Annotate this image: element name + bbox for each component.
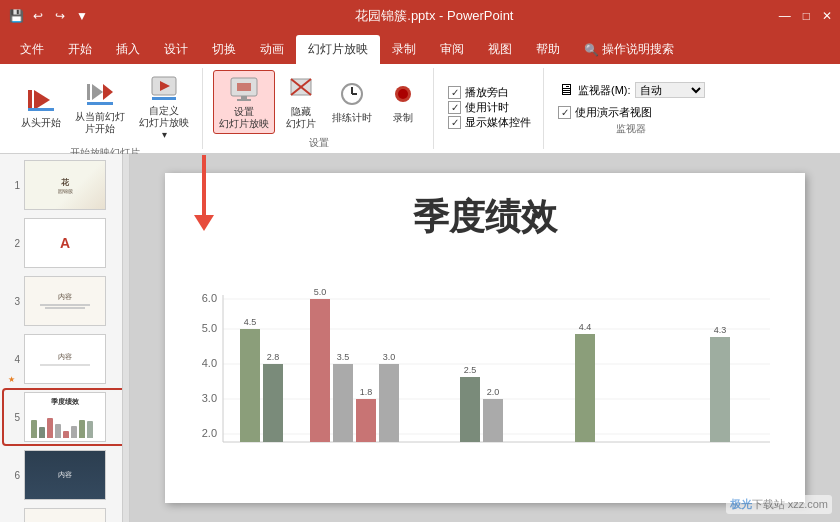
svg-text:6.0: 6.0: [202, 292, 217, 304]
svg-text:2.0: 2.0: [202, 427, 217, 439]
tab-insert[interactable]: 插入: [104, 35, 152, 64]
tab-design[interactable]: 设计: [152, 35, 200, 64]
mini-chart: [27, 408, 103, 438]
svg-rect-11: [237, 83, 251, 91]
slide-number-6: 6: [6, 470, 20, 481]
tab-start[interactable]: 开始: [56, 35, 104, 64]
tab-view[interactable]: 视图: [476, 35, 524, 64]
tab-file[interactable]: 文件: [8, 35, 56, 64]
slide-item-5[interactable]: 5 季度绩效: [4, 390, 125, 444]
setup-show-label: 设置幻灯片放映: [219, 106, 269, 130]
custom-show-icon: [148, 73, 180, 105]
monitor-group-label: 监视器: [558, 122, 705, 136]
monitor-icon: 🖥: [558, 81, 574, 99]
undo-icon[interactable]: ↩: [30, 8, 46, 24]
title-bar-right: — □ ✕: [779, 9, 832, 23]
play-narration-label: 播放旁白: [465, 85, 509, 100]
svg-text:4.3: 4.3: [714, 325, 727, 335]
slide-item-3[interactable]: 3 内容: [4, 274, 125, 328]
show-media-check: ✓: [448, 116, 461, 129]
from-start-icon: [25, 85, 57, 117]
play-narration-checkbox[interactable]: ✓ 播放旁白: [448, 85, 531, 100]
setup-buttons: 设置幻灯片放映 隐藏幻灯片: [213, 70, 425, 134]
hide-slide-label: 隐藏幻灯片: [286, 106, 316, 130]
hide-slide-button[interactable]: 隐藏幻灯片: [279, 71, 323, 133]
watermark-text: 极光下载站 xzz.com: [726, 495, 832, 514]
slide-4-star: ★: [8, 375, 15, 384]
svg-rect-46: [460, 377, 480, 442]
minimize-btn[interactable]: —: [779, 9, 791, 23]
hide-slide-icon: [285, 74, 317, 106]
monitor-select[interactable]: 自动 主显示器: [635, 82, 705, 98]
use-timing-checkbox[interactable]: ✓ 使用计时: [448, 100, 531, 115]
svg-rect-50: [575, 334, 595, 442]
slide-panel: 1 花 园锦簇 2 A 3 内容: [0, 154, 130, 522]
svg-text:5.0: 5.0: [314, 287, 327, 297]
close-btn[interactable]: ✕: [822, 9, 832, 23]
record-button[interactable]: 录制: [381, 77, 425, 127]
svg-rect-48: [483, 399, 503, 442]
title-bar-left: 💾 ↩ ↪ ▼: [8, 8, 90, 24]
slide-thumb-1: 花 园锦簇: [24, 160, 106, 210]
slide-item-2[interactable]: 2 A: [4, 216, 125, 270]
custom-show-label: 自定义幻灯片放映 ▾: [139, 105, 189, 141]
use-timing-check: ✓: [448, 101, 461, 114]
presenter-view-check: ✓: [558, 106, 571, 119]
svg-rect-13: [237, 99, 251, 101]
redo-icon[interactable]: ↪: [52, 8, 68, 24]
record-icon: [387, 80, 419, 112]
slide-number-5: 5: [6, 412, 20, 423]
slide-item-4[interactable]: 4 内容 ★: [4, 332, 125, 386]
svg-rect-9: [152, 97, 176, 100]
ribbon-tabs: 文件 开始 插入 设计 切换 动画 幻灯片放映 录制 审阅 视图 帮助 🔍操作说…: [0, 32, 840, 64]
svg-rect-40: [333, 364, 353, 442]
from-start-button[interactable]: 从头开始: [16, 82, 66, 132]
svg-text:1.8: 1.8: [360, 387, 373, 397]
setup-show-button[interactable]: 设置幻灯片放映: [213, 70, 275, 134]
rehearse-button[interactable]: 排练计时: [327, 77, 377, 127]
setup-group: 设置幻灯片放映 隐藏幻灯片: [205, 68, 434, 149]
svg-marker-5: [103, 84, 113, 100]
rehearse-label: 排练计时: [332, 112, 372, 124]
svg-rect-6: [87, 102, 113, 105]
title-bar: 💾 ↩ ↪ ▼ 花园锦簇.pptx - PowerPoint — □ ✕: [0, 0, 840, 32]
custom-show-button[interactable]: 自定义幻灯片放映 ▾: [134, 70, 194, 144]
main-area: 1 花 园锦簇 2 A 3 内容: [0, 154, 840, 522]
tab-help[interactable]: 帮助: [524, 35, 572, 64]
slide-thumb-2: A: [24, 218, 106, 268]
tab-animations[interactable]: 动画: [248, 35, 296, 64]
svg-rect-0: [28, 90, 32, 110]
save-icon[interactable]: 💾: [8, 8, 24, 24]
presenter-view-checkbox[interactable]: ✓ 使用演示者视图: [558, 105, 705, 120]
use-timing-label: 使用计时: [465, 100, 509, 115]
from-current-button[interactable]: 从当前幻灯片开始: [70, 76, 130, 138]
start-slideshow-buttons: 从头开始 从当前幻灯片开始: [16, 70, 194, 144]
setup-show-icon: [228, 74, 260, 106]
slide-thumb-4: 内容: [24, 334, 106, 384]
svg-rect-34: [240, 329, 260, 442]
watermark: 极光下载站 xzz.com: [726, 495, 832, 514]
svg-rect-2: [28, 108, 54, 111]
tab-record[interactable]: 录制: [380, 35, 428, 64]
tab-transitions[interactable]: 切换: [200, 35, 248, 64]
more-icon[interactable]: ▼: [74, 8, 90, 24]
presenter-view-label: 使用演示者视图: [575, 105, 652, 120]
ribbon: 从头开始 从当前幻灯片开始: [0, 64, 840, 154]
maximize-btn[interactable]: □: [803, 9, 810, 23]
monitor-label: 监视器(M):: [578, 83, 631, 98]
svg-text:2.5: 2.5: [464, 365, 477, 375]
slide-item-7[interactable]: 7: [4, 506, 125, 522]
svg-text:2.8: 2.8: [267, 352, 280, 362]
from-current-label: 从当前幻灯片开始: [75, 111, 125, 135]
slide-thumb-6: 内容: [24, 450, 106, 500]
tab-search[interactable]: 🔍操作说明搜索: [572, 35, 686, 64]
slide-item-6[interactable]: 6 内容: [4, 448, 125, 502]
slide-item-1[interactable]: 1 花 园锦簇: [4, 158, 125, 212]
tab-review[interactable]: 审阅: [428, 35, 476, 64]
tab-slideshow[interactable]: 幻灯片放映: [296, 35, 380, 64]
slide-thumb-5: 季度绩效: [24, 392, 106, 442]
canvas-area: 季度绩效 6.0 5.0 4.0 3.0 2.0: [130, 154, 840, 522]
show-media-checkbox[interactable]: ✓ 显示媒体控件: [448, 115, 531, 130]
svg-rect-44: [379, 364, 399, 442]
chart-svg: 6.0 5.0 4.0 3.0 2.0 4.5: [195, 252, 775, 522]
